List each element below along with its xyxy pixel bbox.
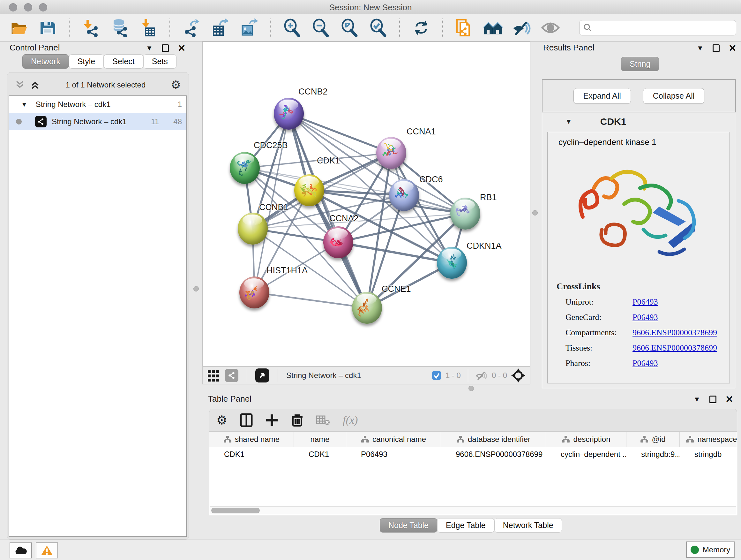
cdk1-section-header[interactable]: ▼ CDK1 — [542, 113, 735, 130]
cell-canonical-name[interactable]: P06493 — [346, 447, 441, 462]
network-canvas[interactable]: CCNB2CCNA1CDC25BCDK1CDC6RB1CCNB1CCNA2CDK… — [202, 42, 530, 367]
tab-string[interactable]: String — [621, 57, 659, 71]
panel-menu-icon[interactable]: ▼ — [146, 45, 153, 52]
import-network-file-button[interactable] — [81, 18, 100, 37]
hide-selected-button[interactable] — [512, 18, 531, 37]
cell-namespace[interactable]: stringdb — [680, 447, 737, 462]
expand-all-button[interactable]: Expand All — [574, 88, 631, 104]
table-row[interactable]: CDK1CDK1P064939606.ENSP00000378699cyclin… — [209, 447, 737, 462]
gear-icon[interactable]: ⚙ — [171, 78, 181, 91]
node-RB1[interactable] — [450, 198, 480, 230]
search-input[interactable] — [595, 23, 732, 33]
memory-button[interactable]: Memory — [686, 542, 735, 558]
zoom-selected-button[interactable] — [368, 18, 388, 37]
node-CCNA2[interactable] — [323, 226, 353, 258]
collapse-arrow-icon[interactable]: ▼ — [565, 118, 572, 126]
left-splitter-handle[interactable] — [193, 286, 199, 292]
column-header-description[interactable]: description — [546, 432, 626, 447]
open-session-button[interactable] — [10, 18, 29, 37]
selected-checkbox-icon[interactable] — [431, 370, 442, 381]
panel-close-icon[interactable]: ✕ — [725, 395, 733, 404]
network-view-mode-icon[interactable] — [225, 369, 239, 382]
column-header-namespace[interactable]: namespace — [680, 432, 737, 447]
network-collection-row[interactable]: ▼ String Network – cdk1 1 — [9, 96, 186, 113]
zoom-in-button[interactable] — [282, 18, 301, 37]
function-builder-icon[interactable]: f(x) — [343, 414, 358, 426]
crosslink-link[interactable]: P06493 — [632, 297, 658, 307]
panel-close-icon[interactable]: ✕ — [178, 44, 186, 53]
warnings-button[interactable] — [36, 543, 58, 558]
cell-description[interactable]: cyclin–dependent ... — [546, 447, 626, 462]
zoom-fit-button[interactable] — [340, 18, 359, 37]
column-header--id[interactable]: @id — [626, 432, 680, 447]
collapse-all-button[interactable]: Collapse All — [643, 88, 704, 104]
cloud-status-button[interactable] — [10, 543, 32, 558]
bottom-splitter-handle[interactable] — [468, 386, 474, 391]
edge-CCNB2-CCNA1[interactable] — [289, 114, 391, 153]
column-header-database-identifier[interactable]: database identifier — [441, 432, 546, 447]
grid-view-icon[interactable] — [207, 369, 220, 382]
crosslink-link[interactable]: P06493 — [632, 359, 658, 368]
export-image-button[interactable] — [239, 18, 259, 37]
table-settings-gear-icon[interactable]: ⚙ — [216, 413, 227, 427]
import-network-icon — [82, 18, 100, 37]
crosslink-link[interactable]: 9606.ENSP00000378699 — [632, 328, 717, 337]
cell-shared-name[interactable]: CDK1 — [209, 447, 294, 462]
clone-network-button[interactable] — [455, 18, 474, 37]
tab-network-table[interactable]: Network Table — [494, 518, 562, 533]
tab-node-table[interactable]: Node Table — [380, 518, 437, 533]
collapse-arrow-icon[interactable]: ▼ — [21, 101, 27, 108]
node-CCNA1[interactable] — [376, 137, 406, 169]
panel-float-icon[interactable] — [162, 44, 169, 52]
delete-table-icon[interactable] — [316, 415, 330, 426]
expand-all-icon[interactable] — [30, 80, 41, 90]
tab-network[interactable]: Network — [22, 54, 69, 69]
birds-eye-view-icon[interactable] — [255, 368, 269, 382]
column-header-name[interactable]: name — [294, 432, 346, 447]
node-HIST1H1A[interactable] — [239, 276, 269, 308]
tab-sets[interactable]: Sets — [143, 54, 177, 69]
crosslink-link[interactable]: P06493 — [632, 313, 658, 322]
right-splitter-handle[interactable] — [532, 210, 538, 215]
node-CDKN1A[interactable] — [437, 247, 467, 279]
node-CDC25B[interactable] — [230, 152, 260, 184]
show-all-networks-button[interactable] — [483, 18, 502, 37]
panel-float-icon[interactable] — [710, 395, 717, 403]
node-CCNB2[interactable] — [274, 98, 304, 130]
export-network-button[interactable] — [182, 18, 201, 37]
panel-menu-icon[interactable]: ▼ — [697, 45, 704, 52]
tab-style[interactable]: Style — [69, 54, 104, 69]
cell-name[interactable]: CDK1 — [294, 447, 346, 462]
show-columns-icon[interactable] — [240, 413, 253, 427]
cell-database-identifier[interactable]: 9606.ENSP00000378699 — [441, 447, 546, 462]
fit-selected-crosshair-icon[interactable] — [511, 368, 526, 383]
hidden-eye-icon[interactable] — [475, 370, 488, 381]
save-session-button[interactable] — [38, 18, 57, 37]
export-table-button[interactable] — [211, 18, 230, 37]
refresh-layout-button[interactable] — [412, 18, 431, 37]
add-column-icon[interactable] — [266, 414, 278, 427]
node-CDK1[interactable] — [294, 174, 324, 206]
import-table-file-button[interactable] — [139, 18, 158, 37]
panel-float-icon[interactable] — [713, 44, 720, 52]
column-header-shared-name[interactable]: shared name — [209, 432, 294, 447]
zoom-out-button[interactable] — [311, 18, 330, 37]
tab-edge-table[interactable]: Edge Table — [437, 518, 494, 533]
show-hidden-button[interactable] — [541, 18, 560, 37]
panel-menu-icon[interactable]: ▼ — [693, 396, 700, 403]
node-CCNE1[interactable] — [352, 292, 382, 324]
edge-HIST1H1A-CCNE1[interactable] — [254, 293, 367, 308]
crosslink-link[interactable]: 9606.ENSP00000378699 — [632, 343, 717, 353]
panel-close-icon[interactable]: ✕ — [729, 44, 737, 53]
node-CCNB1[interactable] — [238, 212, 268, 245]
delete-column-trash-icon[interactable] — [291, 413, 303, 427]
node-CDC6[interactable] — [389, 179, 419, 211]
scrollbar-thumb[interactable] — [211, 508, 260, 513]
tab-select[interactable]: Select — [104, 54, 143, 69]
column-header-canonical-name[interactable]: canonical name — [346, 432, 441, 447]
cell--id[interactable]: stringdb:9... — [626, 447, 680, 462]
collapse-all-icon[interactable] — [14, 80, 25, 90]
import-network-database-button[interactable] — [110, 18, 129, 37]
network-row-selected[interactable]: String Network – cdk1 11 48 — [9, 113, 186, 130]
edge-CCNA2-CDKN1A[interactable] — [338, 242, 452, 263]
